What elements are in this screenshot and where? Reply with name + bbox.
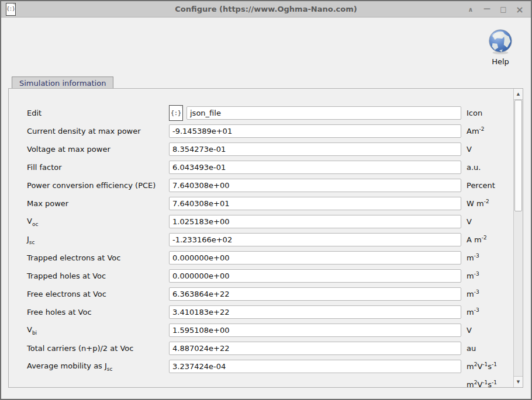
row-unit: a.u. [467, 163, 513, 172]
form-row: Max power W m-2 [27, 194, 513, 213]
row-input-slot [169, 251, 461, 265]
row-value-input[interactable] [169, 215, 461, 228]
row-input-slot [169, 161, 461, 174]
row-label: Free electrons at Voc [27, 290, 169, 298]
row-input-slot [169, 342, 461, 355]
form-rows: Edit {:} Icon Current density at max pow… [9, 89, 513, 387]
scrollbar-thumb[interactable] [514, 100, 522, 211]
form-row: Voc V [27, 213, 513, 231]
globe-help-icon [487, 28, 514, 55]
form-row: Vbi V [27, 321, 513, 339]
configure-window: {:} Configure (https://www.Oghma-Nano.co… [0, 0, 532, 400]
app-json-doc-icon: {:} [6, 3, 16, 16]
window-title: Configure (https://www.Oghma-Nano.com) [1, 5, 531, 13]
row-input-slot [169, 305, 461, 319]
row-unit: V [467, 217, 513, 226]
doc-fold [12, 3, 16, 6]
row-value-input[interactable] [169, 142, 461, 156]
row-label: Current density at max power [27, 127, 169, 135]
row-unit: V [467, 326, 513, 335]
form-row: Trapped holes at Voc m-3 [27, 267, 513, 285]
doc-fold [179, 105, 183, 109]
row-value-input[interactable] [169, 269, 461, 283]
form-row: Total carriers (n+p)/2 at Voc au [27, 339, 513, 357]
row-label: Power conversion efficiency (PCE) [27, 181, 169, 190]
row-value-input[interactable] [186, 106, 461, 120]
form-row: Edit {:} Icon [27, 104, 513, 122]
row-label: Total carriers (n+p)/2 at Voc [27, 344, 169, 353]
row-input-slot [169, 142, 461, 156]
row-label: Max power [27, 199, 169, 208]
row-input-slot [169, 287, 461, 301]
app-icon-text: {:} [6, 6, 15, 12]
help-button[interactable]: Help [479, 28, 521, 66]
row-input-slot [169, 269, 461, 283]
simulation-info-panel: Edit {:} Icon Current density at max pow… [8, 88, 523, 388]
row-input-slot [169, 179, 461, 192]
minimize-button[interactable]: — [482, 4, 492, 15]
row-input-slot [169, 324, 461, 337]
row-input-slot [169, 233, 461, 246]
row-value-input[interactable] [169, 305, 461, 319]
row-unit: m-3 [467, 271, 513, 280]
form-row: Fill factor a.u. [27, 158, 513, 176]
row-unit: Percent [467, 181, 513, 190]
tab-simulation-information[interactable]: Simulation information [12, 76, 113, 89]
row-input-slot [169, 360, 461, 373]
row-label: Free holes at Voc [27, 308, 169, 316]
titlebar[interactable]: {:} Configure (https://www.Oghma-Nano.co… [1, 1, 531, 18]
row-value-input[interactable] [169, 197, 461, 210]
window-controls: ∧ — □ × [465, 1, 525, 18]
row-input-slot [169, 197, 461, 210]
row-value-input[interactable] [169, 251, 461, 265]
shade-button[interactable]: ∧ [465, 4, 476, 15]
row-value-input[interactable] [169, 342, 461, 355]
row-label: Fill factor [27, 163, 169, 172]
row-unit: au [467, 344, 513, 353]
row-label: Trapped holes at Voc [27, 272, 169, 280]
row-value-input[interactable] [169, 161, 461, 174]
row-unit: A m-2 [467, 235, 513, 244]
row-unit: Am-2 [467, 126, 513, 135]
help-label: Help [479, 57, 521, 66]
form-row: m2V-1s-1 [27, 375, 513, 387]
row-value-input[interactable] [169, 179, 461, 192]
tab-label: Simulation information [19, 79, 106, 88]
scroll-up-arrow-icon[interactable]: ▲ [514, 89, 523, 100]
maximize-button[interactable]: □ [498, 4, 509, 15]
row-value-input[interactable] [169, 324, 461, 337]
row-input-slot [169, 215, 461, 228]
row-label: Voltage at max power [27, 145, 169, 154]
form-row: Jsc A m-2 [27, 231, 513, 249]
close-button[interactable]: × [514, 4, 525, 15]
row-unit: m2V-1s-1 [467, 380, 513, 387]
row-unit: V [467, 145, 513, 154]
row-unit: W m-2 [467, 199, 513, 208]
form-row: Free electrons at Voc m-3 [27, 285, 513, 303]
row-label: Jsc [27, 235, 169, 245]
row-label: Vbi [27, 325, 169, 336]
row-input-slot [169, 124, 461, 138]
form-row: Current density at max power Am-2 [27, 122, 513, 140]
scroll-down-arrow-icon[interactable]: ▼ [514, 376, 523, 387]
form-row: Trapped electrons at Voc m-3 [27, 249, 513, 267]
form-row: Free holes at Voc m-3 [27, 303, 513, 321]
row-value-input[interactable] [169, 360, 461, 373]
row-label: Trapped electrons at Voc [27, 253, 169, 262]
row-label: Voc [27, 217, 169, 227]
row-unit: m-3 [467, 307, 513, 316]
vertical-scrollbar[interactable]: ▲ ▼ [513, 89, 523, 387]
row-label: Edit [27, 109, 169, 117]
row-unit: m-3 [467, 253, 513, 262]
row-value-input[interactable] [169, 233, 461, 246]
row-value-input[interactable] [169, 124, 461, 138]
form-row: Average mobility as Jsc m2V-1s-1 [27, 357, 513, 375]
form-row: Power conversion efficiency (PCE) Percen… [27, 176, 513, 194]
row-unit: m2V-1s-1 [467, 361, 513, 371]
row-input-slot: {:} [169, 105, 461, 121]
json-icon-text: {:} [171, 110, 181, 116]
row-value-input[interactable] [169, 287, 461, 301]
row-unit: Icon [467, 109, 513, 117]
json-file-icon: {:} [169, 105, 183, 121]
row-label: Average mobility as Jsc [27, 361, 169, 372]
